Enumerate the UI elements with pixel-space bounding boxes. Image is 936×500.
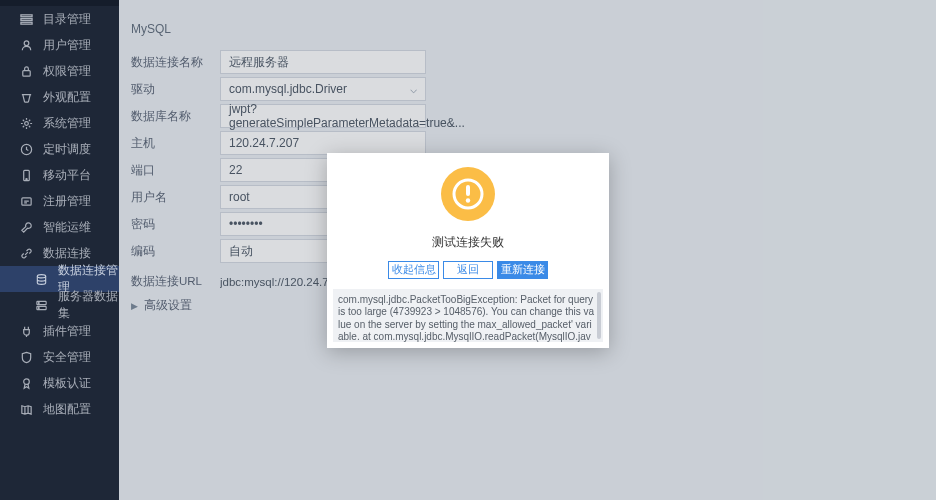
error-text: com.mysql.jdbc.PacketTooBigException: Pa…: [333, 289, 603, 342]
modal-overlay: 测试连接失败 收起信息 返回 重新连接 com.mysql.jdbc.Packe…: [0, 0, 936, 500]
warning-icon: [441, 167, 495, 221]
retry-button[interactable]: 重新连接: [497, 261, 548, 279]
svg-rect-17: [466, 185, 470, 196]
back-button[interactable]: 返回: [443, 261, 494, 279]
collapse-button[interactable]: 收起信息: [388, 261, 439, 279]
svg-point-18: [466, 198, 470, 202]
scrollbar[interactable]: [597, 292, 601, 339]
dialog: 测试连接失败 收起信息 返回 重新连接 com.mysql.jdbc.Packe…: [327, 153, 609, 348]
dialog-message: 测试连接失败: [327, 234, 609, 251]
